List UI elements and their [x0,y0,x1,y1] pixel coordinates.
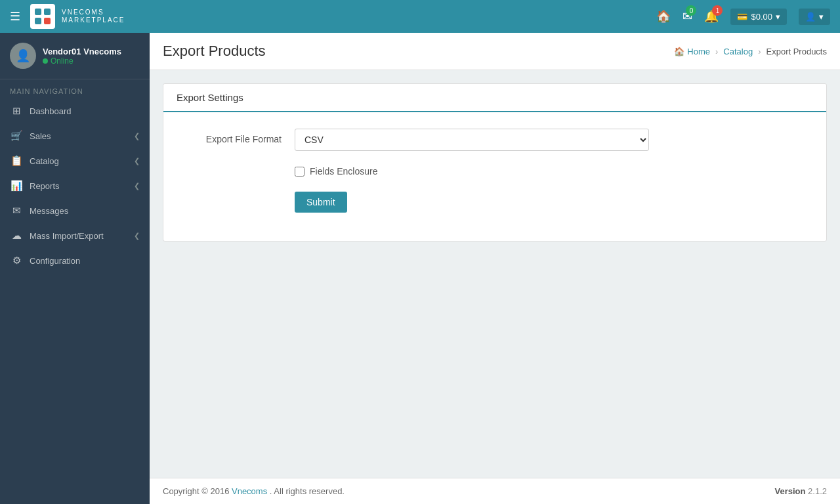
sidebar-item-label-reports: Reports [30,181,60,191]
sidebar-item-mass-import-export[interactable]: ☁ Mass Import/Export ❮ [0,223,150,248]
file-format-label: Export File Format [183,129,282,144]
sidebar-item-configuration[interactable]: ⚙ Configuration [0,248,150,273]
file-format-group: Export File Format CSV XML Excel [183,129,807,151]
breadcrumb-home-link[interactable]: 🏠 Home [674,47,710,56]
svg-rect-0 [35,9,41,15]
user-button[interactable]: 👤 ▾ [799,9,830,25]
user-status: Online [43,56,121,66]
fields-enclosure-checkbox-group: Fields Enclosure [295,163,649,177]
export-settings-card: Export Settings Export File Format CSV X… [163,83,827,242]
logo-icon [30,4,55,29]
sidebar-item-label-messages: Messages [30,206,68,216]
catalog-chevron-icon: ❮ [134,157,140,165]
sidebar: 👤 Vendor01 Vnecoms Online MAIN NAVIGATIO… [0,33,150,504]
card-header: Export Settings [163,84,826,112]
main-layout: 👤 Vendor01 Vnecoms Online MAIN NAVIGATIO… [0,33,840,504]
logo-area: VNECOMS MARKETPLACE [30,4,125,29]
content-area: Export Products 🏠 Home › Catalog › Expor… [150,33,840,504]
main-content: Export Settings Export File Format CSV X… [150,70,840,478]
top-nav-right: 🏠 ✉ 0 🔔 1 💳 $0.00 ▾ 👤 ▾ [656,9,830,25]
fields-enclosure-checkbox[interactable] [295,167,304,177]
top-navigation: ☰ VNECOMS MARKETPLACE 🏠 ✉ 0 🔔 1 [0,0,840,33]
home-icon[interactable]: 🏠 [656,9,671,24]
nav-section-title: MAIN NAVIGATION [0,79,150,98]
configuration-icon: ⚙ [10,255,23,266]
breadcrumb-sep-1: › [715,47,718,56]
fields-enclosure-group: Fields Enclosure [183,163,807,177]
submit-wrap: Submit [295,188,649,213]
sidebar-item-sales[interactable]: 🛒 Sales ❮ [0,123,150,148]
svg-rect-2 [35,18,41,24]
svg-rect-1 [44,9,51,15]
hamburger-button[interactable]: ☰ [10,9,20,24]
user-name: Vendor01 Vnecoms [43,47,121,56]
bell-badge: 1 [712,5,723,16]
wallet-button[interactable]: 💳 $0.00 ▾ [730,9,787,25]
file-format-control-wrap: CSV XML Excel [295,129,649,151]
avatar: 👤 [10,43,36,69]
sidebar-item-dashboard[interactable]: ⊞ Dashboard [0,98,150,123]
sidebar-item-label-dashboard: Dashboard [30,106,72,116]
mail-icon[interactable]: ✉ 0 [682,9,692,24]
fields-enclosure-empty-label [183,163,282,168]
page-header: Export Products 🏠 Home › Catalog › Expor… [150,33,840,70]
sidebar-item-messages[interactable]: ✉ Messages [0,198,150,223]
sales-icon: 🛒 [10,130,23,142]
sidebar-item-label-catalog: Catalog [30,156,59,166]
card-body: Export File Format CSV XML Excel [163,112,826,241]
catalog-icon: 📋 [10,155,23,167]
breadcrumb-sep-2: › [758,47,761,56]
mass-import-export-icon: ☁ [10,230,23,242]
mass-import-chevron-icon: ❮ [134,232,140,240]
dashboard-icon: ⊞ [10,105,23,117]
logo-text: VNECOMS MARKETPLACE [62,9,125,24]
messages-icon: ✉ [10,205,23,217]
sidebar-item-catalog[interactable]: 📋 Catalog ❮ [0,148,150,173]
fields-enclosure-wrap: Fields Enclosure [295,163,649,177]
footer-copyright: Copyright © 2016 Vnecoms . All rights re… [163,486,345,496]
status-dot [43,58,48,64]
svg-rect-3 [44,18,51,24]
breadcrumb: 🏠 Home › Catalog › Export Products [674,47,827,56]
home-breadcrumb-icon: 🏠 [674,47,684,56]
submit-empty-label [183,188,282,194]
reports-icon: 📊 [10,180,23,192]
footer-version: Version 2.1.2 [774,486,827,496]
file-format-select[interactable]: CSV XML Excel [295,129,649,151]
page-title: Export Products [163,43,266,60]
sidebar-item-label-mass-import: Mass Import/Export [30,231,104,241]
sidebar-item-label-sales: Sales [30,131,51,141]
user-info: Vendor01 Vnecoms Online [43,47,121,66]
breadcrumb-catalog-link[interactable]: Catalog [723,47,753,56]
top-nav-left: ☰ VNECOMS MARKETPLACE [10,4,125,29]
mail-badge: 0 [686,5,696,16]
submit-button[interactable]: Submit [295,192,347,213]
footer-brand-link[interactable]: Vnecoms [232,486,267,496]
bell-icon[interactable]: 🔔 1 [704,9,719,24]
breadcrumb-current: Export Products [766,47,828,56]
user-profile: 👤 Vendor01 Vnecoms Online [0,33,150,79]
submit-group: Submit [183,188,807,213]
footer: Copyright © 2016 Vnecoms . All rights re… [150,478,840,504]
sales-chevron-icon: ❮ [134,132,140,140]
reports-chevron-icon: ❮ [134,182,140,190]
sidebar-item-reports[interactable]: 📊 Reports ❮ [0,173,150,198]
sidebar-item-label-configuration: Configuration [30,256,80,266]
fields-enclosure-label[interactable]: Fields Enclosure [310,166,378,177]
